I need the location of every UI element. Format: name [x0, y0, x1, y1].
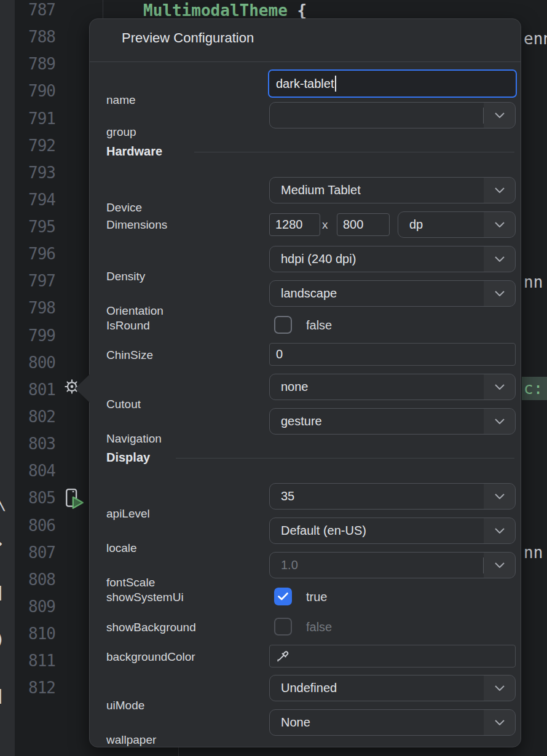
line-number: 801: [17, 380, 55, 399]
chevron-down-icon[interactable]: [484, 178, 515, 203]
line-number: 811: [17, 652, 55, 670]
chevron-down-icon[interactable]: [484, 374, 515, 400]
line-number: 802: [17, 408, 55, 426]
chevron-down-icon[interactable]: [484, 710, 515, 735]
clipped-code-text: c:: [524, 379, 543, 398]
line-number: 789: [17, 55, 55, 73]
uimode-dropdown[interactable]: Undefined: [269, 675, 516, 701]
density-dropdown[interactable]: hdpi (240 dpi): [269, 246, 516, 272]
line-number: 798: [17, 299, 55, 317]
navigation-label: Navigation: [106, 432, 162, 446]
clipped-glyph: ╲: [0, 492, 4, 511]
name-label: name: [106, 93, 136, 107]
dimension-separator: x: [322, 218, 328, 232]
showsystemui-checkbox[interactable]: [274, 588, 292, 605]
orientation-dropdown[interactable]: landscape: [269, 280, 516, 307]
cutout-label: Cutout: [106, 398, 141, 411]
density-value: hdpi (240 dpi): [270, 252, 484, 266]
line-number: 806: [17, 516, 55, 535]
divider: [90, 61, 521, 62]
uimode-label: uiMode: [106, 699, 144, 712]
preview-configuration-dialog: Preview Configuration name dark-tablet g…: [89, 18, 521, 747]
uimode-value: Undefined: [270, 681, 484, 695]
name-value: dark-tablet: [276, 77, 334, 91]
showsystemui-label: showSystemUi: [106, 591, 184, 604]
wallpaper-dropdown[interactable]: None: [269, 709, 516, 736]
fontscale-value: 1.0: [270, 558, 483, 572]
showbackground-checkbox[interactable]: [274, 618, 292, 636]
backgroundcolor-input[interactable]: [269, 645, 516, 667]
line-number: 787: [17, 1, 55, 19]
line-number: 791: [17, 109, 55, 128]
line-number: 810: [17, 624, 55, 643]
clipped-glyph: ): [0, 629, 4, 648]
orientation-label: Orientation: [106, 304, 163, 318]
chevron-down-icon[interactable]: [484, 409, 515, 434]
chevron-down-icon[interactable]: [484, 246, 515, 272]
locale-dropdown[interactable]: Default (en-US): [269, 518, 516, 544]
wallpaper-label: wallpaper: [106, 733, 156, 747]
chevron-down-icon[interactable]: [484, 518, 515, 543]
chevron-down-icon[interactable]: [484, 484, 515, 509]
code-identifier: MultimodalTheme: [143, 1, 288, 20]
device-label: Device: [106, 201, 142, 215]
device-value: Medium Tablet: [270, 183, 484, 197]
dimension-unit-dropdown[interactable]: dp: [398, 211, 516, 238]
navigation-dropdown[interactable]: gesture: [269, 408, 516, 435]
chinsize-value: 0: [276, 347, 283, 361]
density-label: Density: [106, 270, 145, 283]
line-number: 792: [17, 136, 55, 155]
line-number: 799: [17, 326, 55, 345]
section-line: [194, 152, 514, 152]
section-header-hardware: Hardware: [106, 144, 162, 159]
orientation-value: landscape: [270, 286, 484, 301]
line-number: 804: [17, 462, 55, 480]
chevron-down-icon[interactable]: [484, 675, 515, 701]
group-label: group: [106, 125, 136, 139]
chevron-down-icon[interactable]: [484, 553, 515, 578]
device-dropdown[interactable]: Medium Tablet: [269, 177, 516, 203]
group-combobox[interactable]: [269, 102, 516, 128]
ide-screen: { "editor": { "line_numbers": ["787","78…: [0, 0, 547, 756]
dimension-unit-value: dp: [398, 218, 484, 232]
line-number: 788: [17, 28, 55, 46]
section-line: [176, 458, 514, 459]
name-input[interactable]: dark-tablet: [268, 69, 517, 98]
clipped-glyph: ›: [0, 534, 4, 553]
chevron-down-icon[interactable]: [484, 103, 515, 128]
line-number: 796: [17, 245, 55, 263]
line-number: 794: [17, 191, 55, 209]
backgroundcolor-label: backgroundColor: [106, 650, 195, 664]
code-brace: {: [288, 1, 307, 20]
text-caret: [335, 76, 336, 92]
isround-checkbox[interactable]: [274, 316, 292, 334]
code-line: MultimodalTheme {: [143, 1, 307, 20]
cutout-value: none: [270, 380, 484, 394]
line-number: 808: [17, 570, 55, 589]
tool-window-stripe: ╲ › ] ) ]: [0, 0, 15, 756]
selection-highlight: c:: [522, 377, 547, 400]
showbackground-label: showBackground: [106, 621, 196, 634]
dimension-width-input[interactable]: 1280: [269, 213, 320, 236]
isround-value: false: [306, 318, 332, 333]
indent-guide: [103, 0, 103, 20]
chevron-down-icon[interactable]: [484, 212, 515, 237]
showbackground-value: false: [306, 620, 332, 634]
locale-label: locale: [106, 541, 137, 555]
chinsize-label: ChinSize: [106, 348, 153, 362]
clipped-code-text: nn: [524, 273, 543, 291]
dimension-height-value: 800: [343, 218, 363, 232]
line-number: 790: [17, 82, 55, 100]
clipped-code-text: enn: [524, 30, 547, 48]
clipped-glyph: ]: [0, 583, 4, 602]
apilevel-dropdown[interactable]: 35: [269, 483, 516, 510]
cutout-dropdown[interactable]: none: [269, 374, 516, 400]
fontscale-combobox[interactable]: 1.0: [269, 552, 516, 578]
locale-value: Default (en-US): [270, 524, 484, 538]
run-preview-icon[interactable]: [65, 488, 85, 510]
eyedropper-icon[interactable]: [276, 649, 290, 663]
chinsize-input[interactable]: 0: [269, 343, 516, 366]
chevron-down-icon[interactable]: [484, 281, 515, 306]
dimension-height-input[interactable]: 800: [337, 213, 390, 236]
dialog-callout-arrow: [75, 374, 90, 403]
